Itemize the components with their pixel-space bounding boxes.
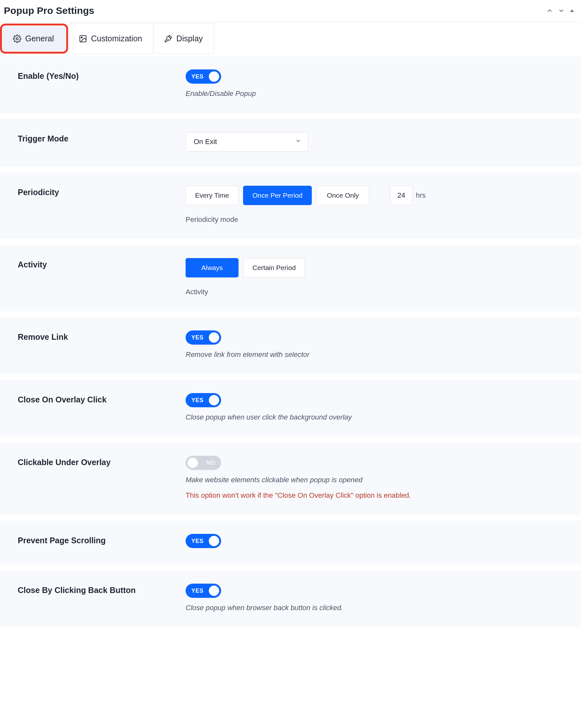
remove-link-hint: Remove link from element with selector — [186, 350, 566, 359]
tools-icon — [164, 34, 172, 43]
toggle-knob — [209, 536, 219, 546]
toggle-knob — [209, 71, 219, 82]
activity-hint: Activity — [186, 288, 566, 296]
header-divider — [0, 22, 581, 22]
page-title: Popup Pro Settings — [4, 5, 94, 16]
activity-options: Always Certain Period — [186, 258, 566, 278]
tabs: General Customization Display — [0, 24, 581, 54]
clickable-under-toggle[interactable]: NO — [186, 456, 221, 470]
tab-general[interactable]: General — [3, 26, 65, 51]
period-unit: hrs — [416, 191, 426, 200]
close-overlay-toggle[interactable]: YES — [186, 393, 221, 407]
panel-periodicity: Periodicity Every Time Once Per Period O… — [0, 173, 581, 239]
toggle-knob — [188, 458, 198, 468]
toggle-text: YES — [191, 334, 204, 341]
panel-close-back: Close By Clicking Back Button YES Close … — [0, 570, 581, 627]
periodicity-option-every-time[interactable]: Every Time — [186, 186, 239, 205]
prevent-scroll-label: Prevent Page Scrolling — [18, 536, 186, 545]
clickable-under-warning: This option won't work if the "Close On … — [186, 491, 566, 500]
image-icon — [79, 34, 87, 43]
remove-link-label: Remove Link — [18, 332, 186, 342]
toggle-text: YES — [191, 538, 204, 545]
tab-highlight: General — [0, 24, 68, 54]
tab-customization[interactable]: Customization — [69, 24, 153, 54]
trigger-mode-label: Trigger Mode — [18, 134, 186, 144]
svg-point-1 — [16, 37, 19, 40]
period-value-input[interactable] — [390, 186, 413, 205]
toggle-text: NO — [206, 460, 215, 466]
close-back-label: Close By Clicking Back Button — [18, 586, 186, 595]
close-back-toggle[interactable]: YES — [186, 583, 221, 598]
panel-remove-link: Remove Link YES Remove link from element… — [0, 317, 581, 374]
triangle-up-icon[interactable] — [570, 8, 575, 13]
tab-label: Display — [176, 34, 203, 43]
enable-toggle[interactable]: YES — [186, 70, 221, 84]
periodicity-label: Periodicity — [18, 188, 186, 197]
chevron-down-icon — [295, 137, 302, 146]
close-back-hint: Close popup when browser back button is … — [186, 604, 566, 612]
panel-prevent-scroll: Prevent Page Scrolling YES — [0, 521, 581, 565]
periodicity-options: Every Time Once Per Period Once Only hrs — [186, 186, 566, 205]
prevent-scroll-toggle[interactable]: YES — [186, 534, 221, 548]
trigger-mode-select[interactable]: On Exit — [186, 132, 308, 152]
header-actions — [546, 7, 575, 14]
close-overlay-label: Close On Overlay Click — [18, 395, 186, 405]
periodicity-option-once-per-period[interactable]: Once Per Period — [243, 186, 312, 205]
collapse-up-icon[interactable] — [546, 7, 553, 14]
toggle-text: YES — [191, 588, 204, 594]
collapse-down-icon[interactable] — [558, 7, 565, 14]
panel-trigger-mode: Trigger Mode On Exit — [0, 119, 581, 167]
close-overlay-hint: Close popup when user click the backgrou… — [186, 413, 566, 421]
enable-hint: Enable/Disable Popup — [186, 89, 566, 98]
toggle-knob — [209, 332, 219, 343]
enable-label: Enable (Yes/No) — [18, 71, 186, 81]
tab-label: Customization — [91, 34, 142, 43]
periodicity-hint: Periodicity mode — [186, 215, 566, 224]
periodicity-option-once-only[interactable]: Once Only — [316, 186, 369, 205]
trigger-mode-value: On Exit — [194, 137, 217, 146]
remove-link-toggle[interactable]: YES — [186, 331, 221, 345]
toggle-text: YES — [191, 397, 204, 404]
toggle-knob — [209, 586, 219, 596]
activity-option-certain-period[interactable]: Certain Period — [243, 258, 305, 278]
panel-close-overlay: Close On Overlay Click YES Close popup w… — [0, 380, 581, 437]
panel-clickable-under: Clickable Under Overlay NO Make website … — [0, 442, 581, 515]
clickable-under-hint: Make website elements clickable when pop… — [186, 476, 566, 484]
tab-label: General — [25, 34, 54, 43]
gear-icon — [13, 34, 21, 43]
tab-display[interactable]: Display — [154, 24, 214, 54]
toggle-text: YES — [191, 73, 204, 80]
clickable-under-label: Clickable Under Overlay — [18, 458, 186, 467]
svg-marker-0 — [570, 9, 574, 12]
svg-point-3 — [81, 37, 82, 38]
settings-header: Popup Pro Settings — [0, 0, 581, 22]
activity-option-always[interactable]: Always — [186, 258, 239, 278]
panel-activity: Activity Always Certain Period Activity — [0, 245, 581, 311]
period-input-wrap: hrs — [390, 186, 426, 205]
toggle-knob — [209, 395, 219, 405]
panel-enable: Enable (Yes/No) YES Enable/Disable Popup — [0, 56, 581, 113]
activity-label: Activity — [18, 260, 186, 269]
panels: Enable (Yes/No) YES Enable/Disable Popup… — [0, 56, 581, 627]
